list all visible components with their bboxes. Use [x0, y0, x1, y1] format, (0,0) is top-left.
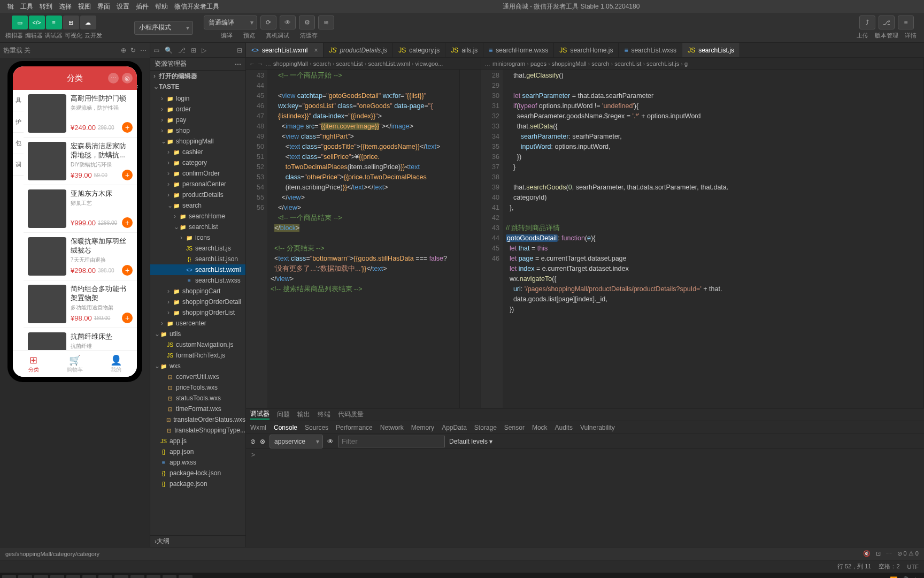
- remote-debug-icon[interactable]: ⚙: [299, 16, 315, 29]
- task-item[interactable]: [2, 575, 16, 578]
- devtools-subtab[interactable]: Sources: [305, 424, 328, 431]
- tree-node[interactable]: JSsearchList.js: [150, 243, 245, 254]
- rotate-icon[interactable]: ↻: [130, 47, 136, 54]
- task-item[interactable]: [50, 575, 64, 578]
- tree-node[interactable]: ⊡timeFormat.wxs: [150, 404, 245, 414]
- editor-tab[interactable]: JSails.js: [445, 43, 483, 57]
- devtools-tab[interactable]: 代码质量: [338, 410, 364, 419]
- zoom-icon[interactable]: ⊕: [121, 47, 126, 54]
- hot-reload-toggle[interactable]: 热重载 关: [3, 46, 30, 55]
- devtools-tab[interactable]: 终端: [318, 410, 330, 419]
- menu-item[interactable]: 选择: [56, 3, 75, 10]
- task-item[interactable]: [82, 575, 96, 578]
- task-item[interactable]: [98, 575, 112, 578]
- tree-node[interactable]: {}package-lock.json: [150, 468, 245, 478]
- menu-item[interactable]: 辑: [4, 3, 17, 10]
- expand-icon[interactable]: ⊡: [876, 550, 881, 557]
- editor-btn[interactable]: </>: [29, 16, 45, 29]
- menu-item[interactable]: 微信开发者工具: [171, 3, 222, 10]
- menu-item[interactable]: 插件: [133, 3, 152, 10]
- devtools-subtab[interactable]: AppData: [442, 424, 467, 431]
- cursor-position[interactable]: 行 52，列 11: [837, 562, 872, 571]
- add-to-cart-icon[interactable]: +: [122, 170, 133, 180]
- task-item[interactable]: [18, 575, 32, 578]
- tree-node[interactable]: {}searchList.json: [150, 254, 245, 264]
- layout-icon[interactable]: ⊟: [237, 47, 242, 54]
- task-item[interactable]: [179, 575, 192, 578]
- indent-setting[interactable]: 空格：2: [879, 562, 899, 571]
- tree-node[interactable]: › 📁shoppingCart: [150, 286, 245, 296]
- workspace-root[interactable]: ⌄TASTE: [150, 81, 245, 92]
- tree-node[interactable]: › 📁cashier: [150, 147, 245, 157]
- product-item[interactable]: 高耐用性防护门锁 美观流畅，防护性强 ¥249.00299.00+: [24, 90, 137, 138]
- product-item[interactable]: 宏森易清洁居家防滑地毯，防螨抗... DIY防螨抗污环保 ¥39.0059.00…: [24, 138, 137, 185]
- menu-item[interactable]: 界面: [94, 3, 113, 10]
- search-icon[interactable]: 🔍: [165, 47, 173, 54]
- editor-tab[interactable]: JScategory.js: [393, 43, 445, 57]
- tree-node[interactable]: ⊡translateShoppingType...: [150, 425, 245, 436]
- category-item[interactable]: 调: [13, 154, 24, 176]
- product-item[interactable]: 保暖抗寒加厚羽丝绒被芯 7天无理由退换 ¥298.00398.00+: [24, 233, 137, 280]
- tabbar-item[interactable]: ⊞分类: [13, 351, 54, 377]
- tabbar-item[interactable]: 👤我的: [96, 351, 137, 377]
- add-to-cart-icon[interactable]: +: [122, 122, 133, 133]
- file-icon[interactable]: ▭: [153, 47, 159, 54]
- close-icon[interactable]: ×: [314, 47, 318, 54]
- tree-node[interactable]: › 📁confirmOrder: [150, 168, 245, 179]
- tree-node[interactable]: ⊡priceTools.wxs: [150, 382, 245, 393]
- devtools-subtab[interactable]: Network: [380, 424, 404, 431]
- product-item[interactable]: 抗菌纤维床垫 抗菌纤维 ¥399.00468.00+: [24, 328, 137, 350]
- product-list[interactable]: 高耐用性防护门锁 美观流畅，防护性强 ¥249.00299.00+ 宏森易清洁居…: [24, 90, 137, 350]
- tree-node[interactable]: ⊡translateOrderStatus.wxs: [150, 414, 245, 425]
- editor-tab[interactable]: JSproductDetails.js: [324, 43, 393, 57]
- tree-node[interactable]: {}package.json: [150, 478, 245, 489]
- product-item[interactable]: 亚旭东方木床 卵巢工艺 ¥999.001288.00+: [24, 185, 137, 233]
- devtools-subtab[interactable]: Audits: [555, 424, 573, 431]
- menu-item[interactable]: 转到: [36, 3, 56, 10]
- devtools-subtab[interactable]: Wxml: [250, 424, 266, 431]
- tree-node[interactable]: › 📁personalCenter: [150, 179, 245, 189]
- git-icon[interactable]: ⎇: [178, 47, 186, 54]
- add-to-cart-icon[interactable]: +: [122, 265, 133, 276]
- tree-node[interactable]: › 📁productDetails: [150, 189, 245, 200]
- tree-node[interactable]: JSapp.js: [150, 436, 245, 446]
- tree-node[interactable]: JSformatRichText.js: [150, 350, 245, 361]
- tree-node[interactable]: ⌄ 📁shoppingMall: [150, 136, 245, 147]
- menu-item[interactable]: 工具: [17, 3, 36, 10]
- tray-icon[interactable]: ⊕: [881, 576, 887, 579]
- visual-btn[interactable]: ⊞: [63, 16, 79, 29]
- tray-icon[interactable]: ⊙: [873, 576, 878, 579]
- devtools-subtab[interactable]: Vulnerability: [580, 424, 615, 431]
- tree-node[interactable]: ⌄ 📁wxs: [150, 361, 245, 371]
- levels-select[interactable]: Default levels ▾: [449, 438, 492, 445]
- menu-item[interactable]: 视图: [75, 3, 94, 10]
- tree-node[interactable]: ≡app.wxss: [150, 457, 245, 468]
- debugger-btn[interactable]: ≡: [46, 16, 62, 29]
- mode-select[interactable]: 小程序模式: [134, 21, 193, 35]
- tree-node[interactable]: ≡searchList.wxss: [150, 275, 245, 286]
- eye-icon[interactable]: 👁: [327, 438, 334, 445]
- tree-node[interactable]: › 📁pay: [150, 115, 245, 125]
- devtools-subtab[interactable]: Console: [274, 424, 297, 431]
- tree-node[interactable]: ⌄ 📁utils: [150, 329, 245, 339]
- devtools-subtab[interactable]: Storage: [474, 424, 497, 431]
- encoding[interactable]: UTF: [907, 564, 919, 570]
- compile-select[interactable]: 普通编译: [204, 16, 257, 29]
- tree-node[interactable]: › 📁shoppingOrderDetail: [150, 296, 245, 307]
- problem-count[interactable]: ⊘ 0: [897, 550, 907, 557]
- editor-tab[interactable]: ≡searchList.wxss: [619, 43, 682, 57]
- more-icon[interactable]: ⋯: [235, 60, 241, 68]
- refresh-icon[interactable]: ⟳: [260, 16, 276, 29]
- product-item[interactable]: 简约组合多功能书架置物架 多功能用途置物架 ¥98.00180.00+: [24, 280, 137, 328]
- tree-node[interactable]: › 📁order: [150, 104, 245, 115]
- editor-tab[interactable]: JSsearchList.js: [682, 43, 740, 57]
- tree-node[interactable]: {}app.json: [150, 446, 245, 457]
- category-sidebar[interactable]: 具护包调: [13, 90, 24, 350]
- outline-section[interactable]: ›大纲: [150, 535, 245, 547]
- preview-icon[interactable]: 👁: [280, 16, 296, 29]
- tree-node[interactable]: <>searchList.wxml: [150, 264, 245, 275]
- devtools-subtab[interactable]: Memory: [411, 424, 434, 431]
- tree-node[interactable]: ⌄ 📁searchList: [150, 222, 245, 232]
- devtools-tab[interactable]: 问题: [277, 410, 290, 419]
- console-prompt[interactable]: >: [251, 451, 255, 459]
